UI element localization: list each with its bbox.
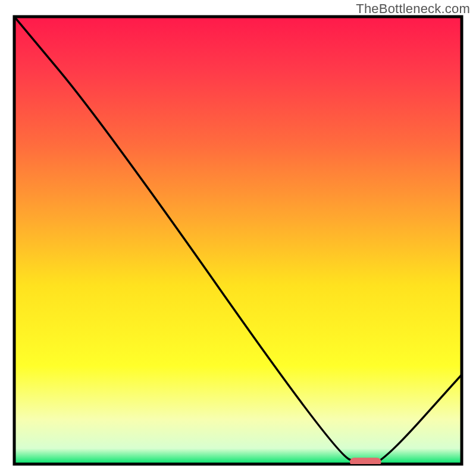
chart-container: { "watermark": "TheBottleneck.com", "cha… <box>0 0 476 476</box>
bottleneck-chart <box>0 0 476 476</box>
watermark-text: TheBottleneck.com <box>356 1 470 17</box>
plot-background <box>14 17 462 464</box>
